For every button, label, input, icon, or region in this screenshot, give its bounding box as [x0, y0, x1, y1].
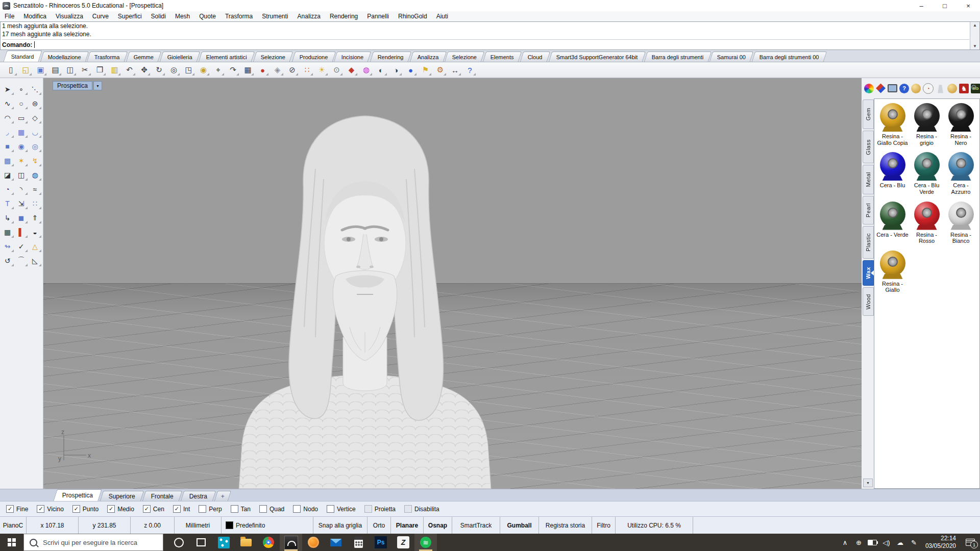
- undo-icon[interactable]: ↶: [122, 63, 136, 77]
- map-icon[interactable]: ◈: [271, 63, 284, 77]
- osnap-toggle[interactable]: Int: [173, 505, 190, 513]
- checkbox-icon[interactable]: [327, 505, 334, 513]
- menu-item[interactable]: Quote: [194, 13, 220, 20]
- taskbar-clock[interactable]: 22:14 03/05/2020: [921, 535, 961, 550]
- material-cera-blu[interactable]: Cera - Blu: [875, 152, 910, 195]
- maximize-button[interactable]: □: [933, 0, 957, 11]
- extract-tool[interactable]: ↯: [29, 155, 42, 167]
- menu-item[interactable]: Visualizza: [51, 13, 88, 20]
- twist-tool[interactable]: ↺: [1, 255, 14, 267]
- menu-item[interactable]: Mesh: [170, 13, 194, 20]
- toolbar-tab[interactable]: Selezione: [445, 52, 485, 62]
- rendered-view-icon[interactable]: ◍: [359, 63, 373, 77]
- cortana-button[interactable]: [167, 534, 190, 551]
- material-category-tab[interactable]: Glass: [863, 131, 874, 163]
- status-segment[interactable]: y 231.85: [79, 517, 131, 534]
- windows-ink-icon[interactable]: ✎: [907, 534, 921, 551]
- select-tool[interactable]: ➤: [1, 83, 14, 95]
- osnap-toggle[interactable]: Nodo: [293, 505, 318, 513]
- toolbar-tab[interactable]: Rendering: [370, 52, 411, 62]
- spotify-app-button[interactable]: ≋: [414, 534, 437, 551]
- control-curve-tool[interactable]: ∿: [1, 97, 14, 110]
- tab-scroll-down-icon[interactable]: ▼: [863, 479, 873, 487]
- compass-icon[interactable]: ◔: [923, 83, 934, 94]
- toolbar-tab[interactable]: Modellazione: [40, 52, 88, 62]
- osnap-toggle[interactable]: Tan: [231, 505, 251, 513]
- cone-tool[interactable]: △: [29, 240, 42, 253]
- split-plane-tool[interactable]: ▌: [15, 226, 28, 238]
- checkbox-icon[interactable]: [404, 505, 412, 513]
- material-category-tab[interactable]: Pearl: [863, 196, 874, 224]
- viewport-title[interactable]: Prospettica: [53, 81, 92, 90]
- material-category-tab[interactable]: Metal: [863, 165, 874, 194]
- arc-tool[interactable]: ◠: [1, 112, 14, 124]
- toolbar-tab[interactable]: Analizza: [409, 52, 446, 62]
- osnap-dots-icon[interactable]: ∷: [300, 63, 314, 77]
- sphere-tool[interactable]: ◉: [15, 140, 28, 153]
- solid-tool[interactable]: ◼: [15, 212, 28, 224]
- zoom-extents-icon[interactable]: ⌖: [211, 63, 225, 77]
- display-material-icon[interactable]: [876, 84, 886, 93]
- lock-icon[interactable]: ⊙: [330, 63, 344, 77]
- array-tool[interactable]: ∷: [29, 197, 42, 210]
- checkbox-icon[interactable]: [259, 505, 267, 513]
- menu-item[interactable]: RhinoGold: [394, 13, 432, 20]
- monitor-icon[interactable]: [888, 84, 897, 92]
- scroll-down-icon[interactable]: ▼: [973, 43, 977, 49]
- rectangle-tool[interactable]: ▭: [15, 112, 28, 124]
- surface-net-tool[interactable]: ▦: [15, 126, 28, 138]
- bust-model[interactable]: [230, 108, 500, 489]
- menu-item[interactable]: Curve: [88, 13, 113, 20]
- weight-icon[interactable]: [936, 84, 945, 93]
- checkbox-icon[interactable]: [107, 505, 115, 513]
- menu-item[interactable]: Aiuti: [432, 13, 453, 20]
- car-icon[interactable]: ●: [256, 63, 270, 77]
- chrome-button[interactable]: [257, 534, 280, 551]
- trim-tool[interactable]: ◪: [1, 169, 14, 181]
- menu-item[interactable]: Superfici: [113, 13, 146, 20]
- battery-icon[interactable]: [866, 534, 879, 551]
- grid-array-tool[interactable]: ▦: [1, 226, 14, 238]
- flow-tool[interactable]: ↬: [1, 240, 14, 253]
- status-segment[interactable]: Predefinito: [222, 517, 313, 534]
- status-segment[interactable]: Millimetri: [175, 517, 222, 534]
- status-segment[interactable]: Osnap: [424, 517, 452, 534]
- checkbox-icon[interactable]: [199, 505, 206, 513]
- lamp-icon[interactable]: ☀: [315, 63, 329, 77]
- checkbox-icon[interactable]: [143, 505, 151, 513]
- material-category-tab[interactable]: Wax: [863, 260, 874, 286]
- status-segment[interactable]: x 107.18: [27, 517, 79, 534]
- text-tool[interactable]: T: [1, 197, 14, 210]
- checkbox-icon[interactable]: [231, 505, 238, 513]
- material-resina-giallo[interactable]: Resina - Giallo: [875, 251, 910, 293]
- status-segment[interactable]: Orto: [368, 517, 391, 534]
- osnap-toggle[interactable]: Medio: [107, 505, 134, 513]
- start-button[interactable]: [0, 534, 23, 551]
- close-button[interactable]: ×: [957, 0, 980, 11]
- orient-tool[interactable]: ↳: [1, 212, 14, 224]
- pipe-tool[interactable]: ◒: [29, 226, 42, 238]
- taskbar-search-input[interactable]: Scrivi qui per eseguire la ricerca: [23, 534, 163, 551]
- material-category-tab[interactable]: Plastic: [863, 226, 874, 259]
- color-wheel-icon[interactable]: [864, 84, 874, 93]
- molecule-app-button[interactable]: [212, 534, 235, 551]
- xray-view-icon[interactable]: ◑: [389, 63, 403, 77]
- checkbox-icon[interactable]: [37, 505, 44, 513]
- blend-surface-tool[interactable]: ≈: [29, 183, 42, 195]
- viewport-tab[interactable]: Superiore: [100, 491, 144, 501]
- copy-icon[interactable]: ❐: [93, 63, 107, 77]
- curve-points-tool[interactable]: ⋱: [29, 83, 42, 95]
- toolbar-tab[interactable]: Gioielleria: [160, 52, 200, 62]
- paste-icon[interactable]: ▥: [108, 63, 121, 77]
- status-segment[interactable]: Planare: [391, 517, 424, 534]
- material-cera-blu-verde[interactable]: Cera - Blu Verde: [910, 152, 944, 195]
- menu-item[interactable]: Modifica: [19, 13, 51, 20]
- mail-app-button[interactable]: [325, 534, 347, 551]
- material-category-tab[interactable]: Wood: [863, 287, 874, 316]
- command-scrollbar[interactable]: ▲ ▼: [970, 22, 979, 49]
- menu-item[interactable]: Solidi: [146, 13, 170, 20]
- ellipse-tool[interactable]: ⊜: [29, 97, 42, 110]
- explode-tool[interactable]: ✶: [15, 155, 28, 167]
- calculator-app-button[interactable]: [347, 534, 370, 551]
- viewport-tab[interactable]: Destra: [181, 491, 216, 501]
